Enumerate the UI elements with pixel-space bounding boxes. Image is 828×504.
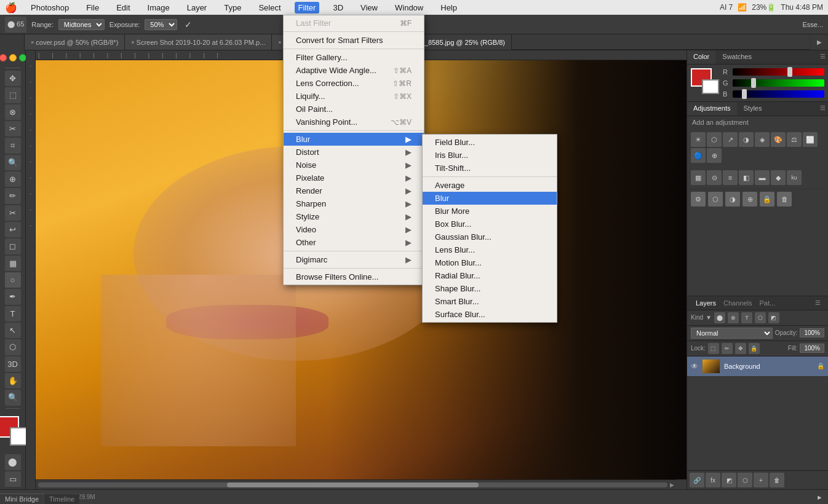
background-color[interactable] [10,427,28,446]
bg-swatch[interactable] [702,79,719,94]
adj-action3[interactable]: ◑ [725,192,740,207]
h-scroll-right[interactable]: ▶ [669,482,675,488]
menu-convert-smart[interactable]: Convert for Smart Filters [284,34,424,47]
tool-move[interactable]: ✥ [5,71,21,86]
adj-curves[interactable]: ↗ [723,132,738,147]
tool-lasso[interactable]: ⊗ [5,104,21,120]
tool-heal[interactable]: ⊕ [5,171,21,187]
menu-tilt-shift[interactable]: Tilt-Shift... [423,162,557,175]
adj-photo-filter[interactable]: 🔵 [691,148,706,163]
menu-average[interactable]: Average [423,179,557,192]
menu-sharpen[interactable]: Sharpen ▶ [284,197,424,210]
tool-crop[interactable]: ⌗ [5,138,21,153]
tool-quick-select[interactable]: ✂ [5,121,21,136]
tab-paths[interactable]: Pat... [756,298,779,308]
tool-select-rect[interactable]: ⬚ [5,87,21,103]
panel-menu-icon[interactable]: ☰ [818,50,828,64]
menu-motion-blur[interactable]: Motion Blur... [423,256,557,269]
adj-threshold[interactable]: ◧ [739,170,754,185]
scroll-right[interactable]: ► [816,494,823,501]
menu-filter-gallery[interactable]: Filter Gallery... [284,51,424,64]
link-layers[interactable]: 🔗 [690,473,704,487]
lock-transparent[interactable]: ⬚ [708,343,719,354]
adj-levels[interactable]: ⬡ [707,132,722,147]
close-button[interactable] [0,54,7,61]
tab-timeline[interactable]: Timeline [44,494,79,504]
b-thumb[interactable] [742,89,747,99]
menu-video[interactable]: Video ▶ [284,223,424,236]
scroll-tabs-icon[interactable]: ▶ [810,34,828,50]
menu-field-blur[interactable]: Field Blur... [423,136,557,149]
opacity-value[interactable]: 100% [800,328,824,337]
tab-layers[interactable]: Layers [692,298,720,308]
menubar-image[interactable]: Image [144,2,173,14]
g-slider[interactable] [733,79,824,87]
menu-other[interactable]: Other ▶ [284,236,424,249]
adj-ku[interactable]: ku [787,170,802,185]
h-scroll-thumb[interactable] [227,482,479,487]
menu-noise[interactable]: Noise ▶ [284,159,424,171]
menu-lens-correction[interactable]: Lens Correction... ⇧⌘R [284,77,424,90]
adj-brightness[interactable]: ☀ [691,132,706,147]
tab-channels[interactable]: Channels [720,298,755,308]
menu-blur-item[interactable]: Blur [423,192,557,205]
tool-dodge[interactable]: ○ [5,272,21,288]
menubar-edit[interactable]: Edit [113,2,133,14]
menu-browse-filters[interactable]: Browse Filters Online... [284,270,424,283]
range-select[interactable]: Midtones [58,19,105,30]
tool-hand[interactable]: ✋ [5,373,21,388]
menu-oil-paint[interactable]: Oil Paint... [284,103,424,116]
menubar-3d[interactable]: 3D [329,2,347,14]
add-mask[interactable]: ◩ [722,473,736,487]
menubar-photoshop[interactable]: Photoshop [27,2,73,14]
tool-type[interactable]: T [5,306,21,321]
tab-screenshot[interactable]: × Screen Shot 2019-10-20 at 6.26.03 PM.p… [125,34,272,50]
adj-bw[interactable]: ⬜ [803,132,818,147]
exposure-select[interactable]: 50% [145,19,177,30]
layer-background[interactable]: 👁 Background 🔒 [687,356,828,377]
adj-action6[interactable]: 🗑 [777,192,792,207]
adj-action4[interactable]: ⊕ [742,192,757,207]
menu-box-blur[interactable]: Box Blur... [423,218,557,230]
tab-styles[interactable]: Styles [738,102,769,116]
menubar-view[interactable]: View [357,2,381,14]
menubar-filter[interactable]: Filter [295,2,320,14]
lock-all[interactable]: 🔒 [749,343,760,354]
adj-channel-mixer[interactable]: ⊕ [707,148,722,163]
adj-invert[interactable]: ⊝ [707,170,722,185]
tool-eraser[interactable]: ◻ [5,238,21,254]
menu-distort[interactable]: Distort ▶ [284,146,424,159]
tool-history-brush[interactable]: ↩ [5,222,21,237]
blend-mode-select[interactable]: Normal [691,328,773,339]
tool-zoom[interactable]: 🔍 [5,390,21,405]
adj-selective-color[interactable]: ◆ [771,170,786,185]
menu-radial-blur[interactable]: Radial Blur... [423,269,557,282]
menu-iris-blur[interactable]: Iris Blur... [423,149,557,162]
adj-hsl[interactable]: 🎨 [771,132,786,147]
quick-mask[interactable]: ⬤ [5,454,21,470]
menubar-select[interactable]: Select [255,2,284,14]
tab-mini-bridge[interactable]: Mini Bridge [0,494,44,504]
menubar-window[interactable]: Window [391,2,427,14]
delete-layer[interactable]: 🗑 [770,473,784,487]
menu-shape-blur[interactable]: Shape Blur... [423,282,557,295]
lock-position[interactable]: ✥ [735,343,746,354]
tab-cover-psd[interactable]: × cover.psd @ 50% (RGB/8*) [25,34,125,50]
adj-vibrance[interactable]: ◈ [755,132,770,147]
add-layer-style[interactable]: fx [706,473,720,487]
adj-action5[interactable]: 🔒 [760,192,774,207]
adj-color-lookup[interactable]: ▦ [691,170,706,185]
lock-image[interactable]: ✏ [722,343,733,354]
adj-action1[interactable]: ⚙ [691,192,706,207]
menu-digimarc[interactable]: Digimarc ▶ [284,253,424,266]
g-thumb[interactable] [751,78,756,88]
kind-filter1[interactable]: ⬤ [714,312,725,323]
maximize-button[interactable] [19,54,26,61]
kind-filter4[interactable]: ⬡ [755,312,766,323]
adj-action2[interactable]: ⬡ [708,192,723,207]
tool-shape[interactable]: ⬡ [5,339,21,355]
h-scrollbar[interactable]: ▶ [36,479,677,489]
kind-filter3[interactable]: T [741,312,752,323]
adj-exposure[interactable]: ◑ [739,132,754,147]
tool-eyedropper[interactable]: 🔍 [5,155,21,170]
